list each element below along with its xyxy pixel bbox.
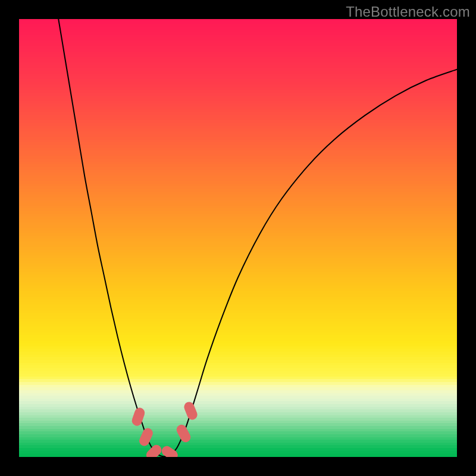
plot-area bbox=[19, 19, 457, 457]
data-marker bbox=[174, 423, 192, 444]
watermark-text: TheBottleneck.com bbox=[346, 4, 470, 20]
data-marker bbox=[131, 406, 146, 427]
data-marker bbox=[183, 400, 199, 421]
data-marker bbox=[137, 427, 154, 447]
chart-frame: TheBottleneck.com bbox=[0, 0, 476, 476]
data-markers bbox=[19, 19, 457, 457]
data-marker bbox=[160, 444, 180, 457]
